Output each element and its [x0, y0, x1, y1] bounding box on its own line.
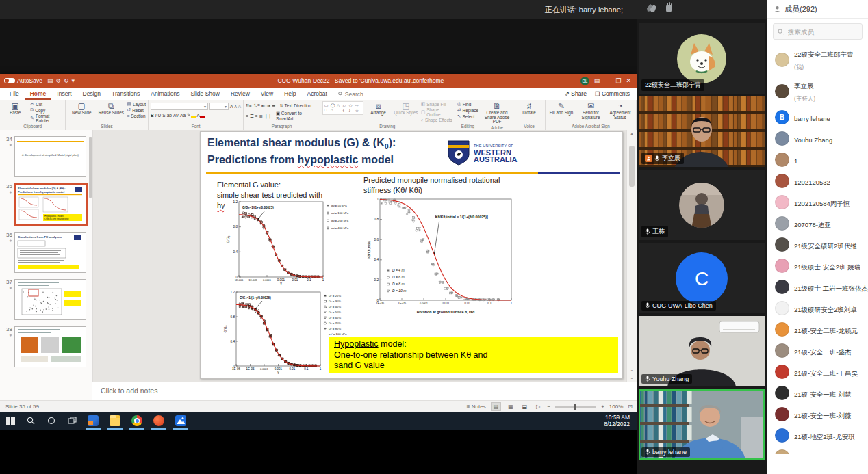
font-controls[interactable]: ▾▾AAA̶ BIUSabAVAa✎A: [151, 101, 241, 118]
tab-slide-show[interactable]: Slide Show: [185, 88, 225, 100]
ribbon-button-select[interactable]: ↖Select: [457, 114, 478, 119]
save-icon[interactable]: ▤: [47, 77, 53, 84]
notes-button[interactable]: ≡ Notes: [467, 404, 486, 410]
video-tile-Youhu-Zhang[interactable]: Youhu Zhang: [639, 316, 765, 386]
reaction-icons[interactable]: [644, 2, 674, 16]
member-item[interactable]: 李立辰(主持人): [767, 75, 868, 107]
slide-scrollbar[interactable]: ▲ ⌃⌄: [626, 130, 637, 382]
ribbon-button-new-slide[interactable]: ▢New Slide: [68, 101, 95, 116]
undo-icon[interactable]: ↺: [55, 77, 61, 84]
ribbon-button-reset[interactable]: ↺Reset: [127, 107, 146, 113]
taskbar-clock[interactable]: 10:59 AM 8/12/2022: [604, 414, 637, 427]
taskbar-app-browser[interactable]: [148, 412, 170, 430]
ribbon-button-find[interactable]: ◎Find: [457, 101, 478, 107]
thumbs-scrollbar[interactable]: [89, 137, 92, 198]
member-item[interactable]: 21硕-安全二班-龙镜元: [767, 319, 868, 340]
ribbon-button-reuse-slides[interactable]: ⧉Reuse Slides: [97, 101, 125, 116]
taskbar-app-meeting-app[interactable]: [82, 412, 104, 430]
tab-view[interactable]: View: [255, 88, 279, 100]
account-avatar[interactable]: BL: [580, 77, 589, 85]
slide-thumbnail-35[interactable]: 35∗Elemental shear modulus (G) & (Kθ):Pr…: [1, 183, 88, 226]
start-button[interactable]: [0, 412, 21, 430]
next-slide-button[interactable]: ⌄: [630, 375, 634, 380]
member-item[interactable]: 1202120584周子恒: [767, 192, 868, 213]
zoom-level[interactable]: 100%: [609, 404, 623, 410]
share-button[interactable]: ⇗ Share: [565, 90, 587, 97]
cortana-button[interactable]: [41, 412, 62, 430]
shape-gallery[interactable]: ▭◯△▱◇⇨□○⌒{}☆: [322, 101, 363, 115]
ribbon-button-cut[interactable]: ✂Cut: [30, 101, 63, 107]
member-item[interactable]: Youhu Zhang: [767, 128, 868, 149]
paragraph-controls[interactable]: ⠿≡⒈≡⇤⇥≣⇅ Text Direction ≡☰≡≣❘❘▣ Convert …: [246, 101, 318, 121]
tab-file[interactable]: File: [4, 88, 25, 100]
autosave-toggle[interactable]: AutoSave: [4, 77, 42, 84]
ribbon-button-format-painter[interactable]: ✎Format Painter: [30, 114, 63, 123]
normal-view-button[interactable]: ▤: [491, 402, 502, 411]
taskbar-app-file-explorer[interactable]: [104, 412, 126, 430]
tab-insert[interactable]: Insert: [51, 88, 77, 100]
ribbon-button-send-for-signature[interactable]: ✉Send for Signature: [577, 101, 604, 120]
previous-slide-button[interactable]: ⌃: [630, 369, 634, 374]
member-item[interactable]: 21硕-地空2班-尤安琪: [767, 425, 868, 446]
zoom-in-button[interactable]: +: [601, 404, 604, 410]
tab-help[interactable]: Help: [279, 88, 301, 100]
slideshow-button[interactable]: ▷: [534, 403, 542, 410]
ribbon-button-fill-and-sign[interactable]: ✎Fill and Sign: [548, 101, 575, 116]
member-item[interactable]: 21级硕士 工岩一班张依杰: [767, 276, 868, 298]
tab-transitions[interactable]: Transitions: [106, 88, 145, 100]
raise-hand-icon[interactable]: [663, 2, 674, 16]
member-item[interactable]: 21硕-安全二班-盛杰: [767, 340, 868, 361]
slide[interactable]: Elemental shear modulus (G) & (Kθ): Pred…: [200, 131, 623, 379]
ribbon-button-create-and-share-adobe-pdf[interactable]: 🗎Create and Share Adobe PDF: [483, 101, 511, 124]
taskbar-search-button[interactable]: [21, 412, 41, 430]
ribbon-button-layout[interactable]: ▤Layout: [127, 101, 146, 107]
member-item[interactable]: 207078-迪亚: [767, 213, 868, 234]
slide-thumbnail-37[interactable]: 37∗: [1, 279, 88, 320]
slide-sorter-button[interactable]: ▦: [506, 403, 515, 410]
member-item[interactable]: 21硕-安全一班-刘慧: [767, 382, 868, 404]
taskbar-app-chrome[interactable]: [126, 412, 148, 430]
slide-thumbnail-36[interactable]: 36∗Conclusions from FE analyses: [1, 232, 88, 273]
ribbon-button-quick-styles[interactable]: ◳Quick Styles: [393, 101, 418, 116]
scrollbar-thumb[interactable]: [629, 146, 635, 187]
video-tile-李立辰[interactable]: 李立辰: [639, 96, 765, 167]
member-item[interactable]: 1202120532: [767, 170, 868, 192]
taskbar-app-photos[interactable]: [170, 412, 192, 430]
ribbon-button-section[interactable]: ≡Section: [127, 114, 146, 118]
qat-dropdown-icon[interactable]: ▾: [71, 77, 75, 84]
member-item[interactable]: 21硕-安全一班-刘薇: [767, 404, 868, 425]
search-input[interactable]: [787, 27, 858, 36]
ribbon-button-dictate[interactable]: ♯Dictate: [515, 101, 543, 116]
slide-thumbnail-38[interactable]: 38∗: [1, 326, 88, 367]
tab-review[interactable]: Review: [225, 88, 255, 100]
task-view-button[interactable]: [62, 412, 82, 430]
ribbon-button-agreement-status[interactable]: ◔Agreement Status: [607, 101, 634, 120]
tab-design[interactable]: Design: [77, 88, 106, 100]
tab-home[interactable]: Home: [25, 88, 52, 100]
tab-search[interactable]: Search: [333, 89, 369, 99]
zoom-out-button[interactable]: −: [547, 404, 550, 410]
restore-button[interactable]: ❐: [615, 77, 621, 84]
comments-button[interactable]: ❑ Comments: [595, 90, 630, 97]
video-tile-CUG-UWA-Libo-Chen[interactable]: CCUG-UWA-Libo Chen: [639, 243, 765, 313]
zoom-slider[interactable]: [555, 406, 596, 408]
ribbon-button-shape-outline[interactable]: ▢Shape Outline: [421, 107, 452, 117]
ribbon-button-replace[interactable]: ⇄Replace: [457, 107, 478, 113]
video-tile-22硕安全二班邵宁胄[interactable]: 22硕安全二班邵宁胄: [639, 23, 765, 94]
member-item[interactable]: Bbarry lehane: [767, 107, 868, 128]
member-item[interactable]: 21硕-工岩二班-陈心: [767, 446, 868, 454]
member-item[interactable]: 22硕安全二班邵宁胄(我): [767, 44, 868, 75]
video-tile-王栋[interactable]: 王栋: [639, 170, 765, 240]
ribbon-button-shape-effects[interactable]: ◐Shape Effects: [421, 118, 452, 122]
slide-thumbnail-34[interactable]: 34∗4. Development of simplified Model (r…: [1, 136, 88, 177]
member-item[interactable]: 21级硕士 安全2班 姚瑞: [767, 255, 868, 276]
ribbon-button-arrange[interactable]: ⧈Arrange: [366, 101, 391, 116]
ribbon-button-copy[interactable]: ⧉Copy: [30, 107, 63, 113]
reading-view-button[interactable]: ⬓: [520, 403, 530, 410]
member-item[interactable]: 21硕-安全二班-王昌昊: [767, 361, 868, 382]
ribbon-display-icon[interactable]: ▤: [594, 77, 600, 84]
fit-to-window-icon[interactable]: ⊡: [628, 404, 633, 410]
close-button[interactable]: ✕: [626, 77, 631, 84]
participant-search[interactable]: [773, 23, 863, 40]
tab-animations[interactable]: Animations: [145, 88, 185, 100]
